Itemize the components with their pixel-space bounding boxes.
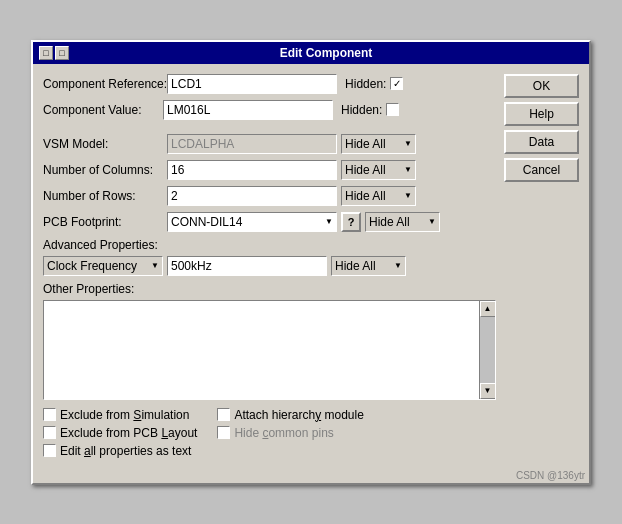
advanced-hide-select[interactable]: Hide All ▼	[331, 256, 406, 276]
advanced-property-dropdown[interactable]: Clock Frequency ▼	[43, 256, 163, 276]
exclude-pcb-row: Exclude from PCB Layout	[43, 426, 197, 440]
left-checkboxes: Exclude from Simulation Exclude from PCB…	[43, 408, 197, 458]
pcb-dropdown-arrow: ▼	[325, 217, 333, 226]
hide-common-row: Hide common pins	[217, 426, 363, 440]
exclude-simulation-label: Exclude from Simulation	[60, 408, 189, 422]
exclude-pcb-label: Exclude from PCB Layout	[60, 426, 197, 440]
scroll-down-button[interactable]: ▼	[480, 383, 496, 399]
pcb-footprint-select[interactable]: CONN-DIL14 ▼	[167, 212, 337, 232]
watermark: CSDN @136ytr	[33, 468, 589, 483]
num-columns-row: Number of Columns: Hide All ▼	[43, 160, 496, 180]
attach-hierarchy-checkbox[interactable]	[217, 408, 230, 421]
vsm-model-input	[167, 134, 337, 154]
hidden-label-2: Hidden:	[341, 103, 382, 117]
title-bar-btn1[interactable]: □	[39, 46, 53, 60]
num-rows-input[interactable]	[167, 186, 337, 206]
scroll-up-button[interactable]: ▲	[480, 301, 496, 317]
checkboxes-section: Exclude from Simulation Exclude from PCB…	[43, 408, 496, 458]
advanced-dropdown-arrow: ▼	[151, 261, 159, 270]
advanced-properties-label: Advanced Properties:	[43, 238, 496, 252]
edit-all-checkbox[interactable]	[43, 444, 56, 457]
hidden-checkbox-2[interactable]	[386, 103, 399, 116]
data-button[interactable]: Data	[504, 130, 579, 154]
title-bar-btn2[interactable]: □	[55, 46, 69, 60]
num-rows-row: Number of Rows: Hide All ▼	[43, 186, 496, 206]
columns-select-arrow: ▼	[404, 165, 412, 174]
vsm-select-arrow: ▼	[404, 139, 412, 148]
component-reference-input[interactable]	[167, 74, 337, 94]
pcb-select-arrow: ▼	[428, 217, 436, 226]
side-buttons: OK Help Data Cancel	[504, 74, 579, 458]
component-value-row: Component Value: Hidden:	[43, 100, 496, 120]
vsm-model-select[interactable]: Hide All ▼	[341, 134, 416, 154]
exclude-pcb-checkbox[interactable]	[43, 426, 56, 439]
ok-button[interactable]: OK	[504, 74, 579, 98]
other-properties-textarea[interactable]: ▲ ▼	[43, 300, 496, 400]
component-reference-label: Component Reference:	[43, 77, 167, 91]
component-value-label: Component Value:	[43, 103, 163, 117]
title-bar-buttons[interactable]: □ □	[39, 46, 69, 60]
edit-all-row: Edit all properties as text	[43, 444, 197, 458]
other-properties-label: Other Properties:	[43, 282, 496, 296]
component-value-input[interactable]	[163, 100, 333, 120]
num-columns-select[interactable]: Hide All ▼	[341, 160, 416, 180]
dialog-title: Edit Component	[69, 46, 583, 60]
scroll-track	[480, 317, 495, 383]
hidden-label-1: Hidden:	[345, 77, 386, 91]
advanced-select-arrow: ▼	[394, 261, 402, 270]
rows-select-arrow: ▼	[404, 191, 412, 200]
num-columns-label: Number of Columns:	[43, 163, 163, 177]
scrollbar[interactable]: ▲ ▼	[479, 301, 495, 399]
cancel-button[interactable]: Cancel	[504, 158, 579, 182]
vsm-model-row: VSM Model: Hide All ▼	[43, 134, 496, 154]
attach-hierarchy-label: Attach hierarchy module	[234, 408, 363, 422]
pcb-footprint-label: PCB Footprint:	[43, 215, 163, 229]
pcb-question-button[interactable]: ?	[341, 212, 361, 232]
num-rows-label: Number of Rows:	[43, 189, 163, 203]
exclude-simulation-row: Exclude from Simulation	[43, 408, 197, 422]
vsm-model-label: VSM Model:	[43, 137, 163, 151]
hidden-section-2: Hidden:	[341, 103, 399, 117]
num-rows-select[interactable]: Hide All ▼	[341, 186, 416, 206]
pcb-footprint-row: PCB Footprint: CONN-DIL14 ▼ ? Hide All ▼	[43, 212, 496, 232]
exclude-simulation-checkbox[interactable]	[43, 408, 56, 421]
edit-component-dialog: □ □ Edit Component Component Reference: …	[31, 40, 591, 485]
hidden-checkbox-1[interactable]	[390, 77, 403, 90]
title-bar: □ □ Edit Component	[33, 42, 589, 64]
main-area: Component Reference: Hidden: Component V…	[43, 74, 496, 458]
attach-hierarchy-row: Attach hierarchy module	[217, 408, 363, 422]
advanced-row: Clock Frequency ▼ Hide All ▼	[43, 256, 496, 276]
hide-common-checkbox[interactable]	[217, 426, 230, 439]
num-columns-input[interactable]	[167, 160, 337, 180]
pcb-footprint-hide-select[interactable]: Hide All ▼	[365, 212, 440, 232]
dialog-content: Component Reference: Hidden: Component V…	[33, 64, 589, 468]
advanced-value-input[interactable]	[167, 256, 327, 276]
right-checkboxes: Attach hierarchy module Hide common pins	[217, 408, 363, 458]
hidden-section-1: Hidden:	[345, 77, 403, 91]
component-reference-row: Component Reference: Hidden:	[43, 74, 496, 94]
hide-common-label: Hide common pins	[234, 426, 333, 440]
edit-all-label: Edit all properties as text	[60, 444, 191, 458]
help-button[interactable]: Help	[504, 102, 579, 126]
